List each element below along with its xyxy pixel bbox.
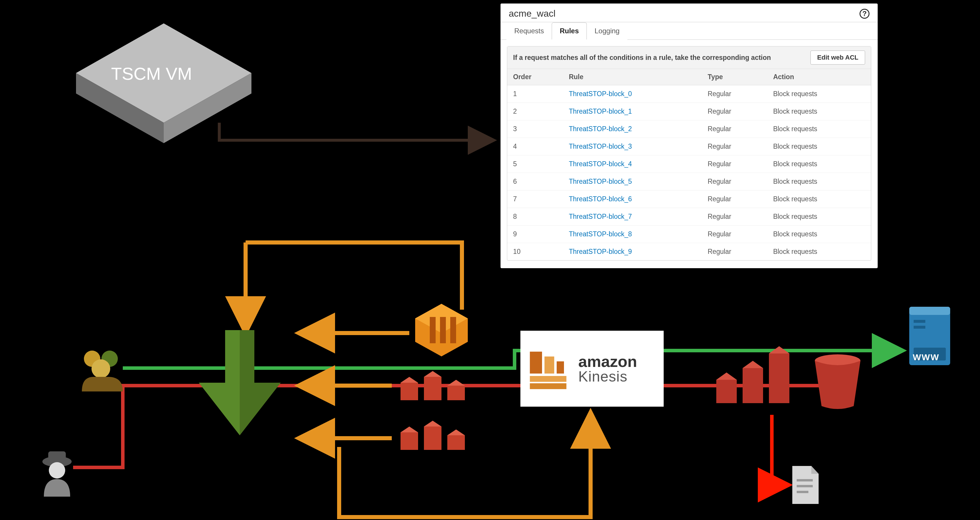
svg-marker-38 [769, 346, 789, 354]
column-header: Order [507, 69, 563, 85]
web-server-label: WWW [913, 352, 939, 362]
column-header: Rule [563, 69, 702, 85]
svg-rect-22 [401, 432, 418, 450]
kinesis-icon [527, 344, 571, 393]
svg-rect-24 [447, 435, 465, 450]
kinesis-line2: Kinesis [578, 369, 637, 384]
svg-rect-15 [450, 317, 456, 343]
cell-action: Block requests [767, 138, 871, 155]
svg-marker-25 [401, 426, 418, 432]
cell-order: 1 [507, 85, 563, 103]
svg-rect-28 [530, 376, 566, 382]
cell-rule-link[interactable]: ThreatSTOP-block_6 [563, 190, 702, 208]
attacker-icon [38, 447, 76, 497]
panel-title: acme_wacl [509, 8, 555, 19]
aws-s3-bucket-icon [813, 354, 862, 409]
svg-marker-10 [240, 330, 281, 435]
users-icon [79, 348, 126, 392]
table-row: 5ThreatSTOP-block_4RegularBlock requests [507, 155, 871, 173]
aws-lambda-icon [412, 301, 471, 359]
svg-point-8 [49, 462, 65, 479]
cell-action: Block requests [767, 173, 871, 190]
edit-web-acl-button[interactable]: Edit web ACL [810, 51, 865, 65]
cell-action: Block requests [767, 103, 871, 120]
svg-rect-42 [797, 479, 813, 482]
tab-rules[interactable]: Rules [552, 22, 587, 40]
svg-marker-20 [424, 371, 441, 377]
svg-rect-35 [769, 354, 789, 403]
cell-order: 6 [507, 173, 563, 190]
table-row: 9ThreatSTOP-block_8RegularBlock requests [507, 225, 871, 243]
kinesis-line1: amazon [578, 354, 637, 369]
edge-tscm-to-panel [219, 123, 494, 140]
cell-rule-link[interactable]: ThreatSTOP-block_4 [563, 155, 702, 173]
cell-type: Regular [702, 103, 767, 120]
cell-type: Regular [702, 155, 767, 173]
cell-rule-link[interactable]: ThreatSTOP-block_9 [563, 243, 702, 261]
table-row: 3ThreatSTOP-block_2RegularBlock requests [507, 120, 871, 138]
table-row: 8ThreatSTOP-block_7RegularBlock requests [507, 208, 871, 225]
svg-rect-34 [743, 368, 763, 403]
svg-rect-17 [424, 377, 441, 400]
cell-order: 9 [507, 225, 563, 243]
cell-action: Block requests [767, 208, 871, 225]
svg-point-5 [92, 359, 110, 378]
cell-rule-link[interactable]: ThreatSTOP-block_1 [563, 103, 702, 120]
svg-rect-14 [440, 317, 446, 343]
edge-lambda-up [246, 243, 462, 310]
svg-rect-48 [914, 320, 925, 323]
log-file-icon [789, 465, 821, 506]
cell-order: 2 [507, 103, 563, 120]
cell-rule-link[interactable]: ThreatSTOP-block_3 [563, 138, 702, 155]
cell-order: 10 [507, 243, 563, 261]
rules-intro-text: If a request matches all of the conditio… [513, 54, 771, 62]
svg-rect-7 [48, 451, 66, 461]
svg-rect-30 [530, 352, 542, 374]
amazon-kinesis-card: amazon Kinesis [520, 331, 663, 407]
rules-table-container: If a request matches all of the conditio… [507, 46, 871, 261]
architecture-diagram: TSCM VM [0, 0, 980, 520]
table-row: 1ThreatSTOP-block_0RegularBlock requests [507, 85, 871, 103]
svg-rect-16 [401, 383, 418, 400]
aws-cloudfront-b-icon [398, 418, 474, 459]
svg-rect-49 [914, 326, 925, 329]
cell-order: 7 [507, 190, 563, 208]
svg-marker-37 [743, 361, 763, 368]
svg-marker-19 [401, 377, 418, 383]
panel-tabs: RequestsRulesLogging [501, 22, 878, 40]
aws-firehose-icon [710, 345, 795, 412]
cell-order: 3 [507, 120, 563, 138]
cell-action: Block requests [767, 225, 871, 243]
cell-rule-link[interactable]: ThreatSTOP-block_0 [563, 85, 702, 103]
svg-rect-43 [797, 485, 813, 487]
cell-type: Regular [702, 225, 767, 243]
cell-type: Regular [702, 173, 767, 190]
cell-rule-link[interactable]: ThreatSTOP-block_8 [563, 225, 702, 243]
column-header: Type [702, 69, 767, 85]
svg-rect-23 [424, 426, 441, 450]
tab-logging[interactable]: Logging [587, 22, 627, 40]
cell-type: Regular [702, 85, 767, 103]
edge-firehose-to-log [772, 415, 789, 485]
cell-rule-link[interactable]: ThreatSTOP-block_7 [563, 208, 702, 225]
aws-cloudfront-a-icon [398, 368, 474, 409]
help-icon[interactable]: ? [859, 9, 870, 19]
svg-rect-29 [530, 383, 566, 389]
wacl-console-panel: acme_wacl ? RequestsRulesLogging If a re… [501, 3, 878, 268]
cell-action: Block requests [767, 155, 871, 173]
svg-marker-41 [811, 466, 819, 474]
column-header: Action [767, 69, 871, 85]
svg-rect-18 [447, 385, 465, 400]
svg-rect-31 [544, 357, 554, 373]
svg-rect-46 [909, 307, 950, 315]
cell-rule-link[interactable]: ThreatSTOP-block_5 [563, 173, 702, 190]
cell-rule-link[interactable]: ThreatSTOP-block_2 [563, 120, 702, 138]
cell-action: Block requests [767, 190, 871, 208]
cell-type: Regular [702, 120, 767, 138]
cell-action: Block requests [767, 120, 871, 138]
tab-requests[interactable]: Requests [506, 22, 552, 40]
svg-rect-32 [557, 361, 564, 374]
svg-marker-36 [716, 373, 737, 380]
svg-marker-26 [424, 421, 441, 426]
cell-type: Regular [702, 243, 767, 261]
